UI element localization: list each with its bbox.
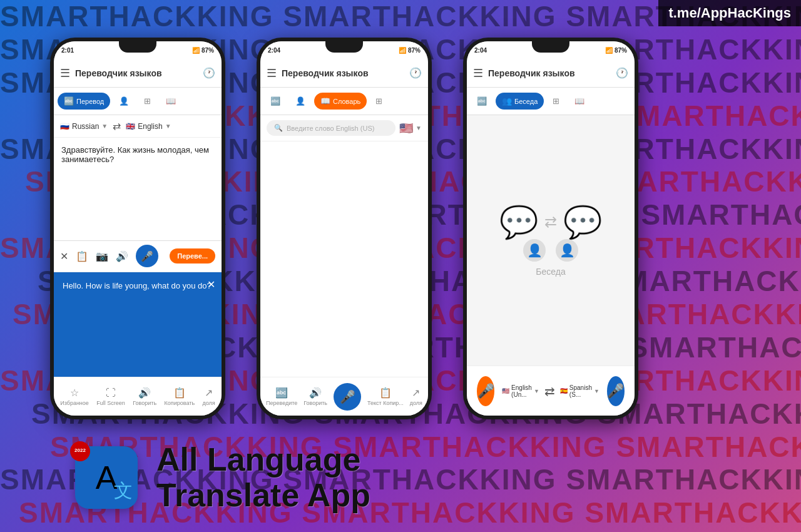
mic-button[interactable]: 🎤 xyxy=(136,245,158,267)
avatar-left: 👤 xyxy=(523,239,546,262)
convo-lang-left[interactable]: 🇺🇸 English (Un... ▼ xyxy=(502,384,539,398)
favorites-icon: ☆ xyxy=(70,387,79,399)
convo-lang-right-arrow: ▼ xyxy=(594,388,599,394)
phone-3-app-header: ☰ Переводчик языков 🕐 xyxy=(467,59,635,88)
dict-nav-copy[interactable]: 📋 Текст Копир... xyxy=(367,387,404,406)
phone-2-dict-content xyxy=(260,141,428,377)
phone-3: 2:04 📶 87% ☰ Переводчик языков 🕐 🔤 👥 xyxy=(463,38,638,419)
phone-3-convo-tab-label: Беседа xyxy=(514,98,538,105)
phone-1-translation-result: Hello. How is life young, what do you do… xyxy=(54,272,222,377)
phone-3-clock-icon[interactable]: 🕐 xyxy=(616,67,628,79)
phone-2-tab-grid[interactable]: ⊞ xyxy=(369,93,389,110)
convo-center-controls: 🇺🇸 English (Un... ▼ ⇄ 🇪🇸 Spanish (S... ▼ xyxy=(502,384,599,399)
phone-3-tab-book[interactable]: 📖 xyxy=(568,93,591,110)
clock-icon[interactable]: 🕐 xyxy=(203,67,215,79)
phone-2-grid-icon: ⊞ xyxy=(375,96,382,106)
dict-nav-speak[interactable]: 🔊 Говорить xyxy=(304,387,327,406)
target-lang-btn[interactable]: 🇬🇧 English ▼ xyxy=(126,122,171,131)
phone-3-tab-conversation[interactable]: 👥 Беседа xyxy=(496,93,544,110)
phone-1-tab-bar: 🔤 Перевод 👤 ⊞ 📖 xyxy=(54,88,222,115)
nav-fullscreen[interactable]: ⛶ Full Screen xyxy=(96,387,125,406)
phone-2-hamburger-icon[interactable]: ☰ xyxy=(267,66,277,80)
translate-tab-icon: 🔤 xyxy=(64,96,74,106)
phone-1-notch xyxy=(119,41,156,53)
source-lang-btn[interactable]: 🇷🇺 Russian ▼ xyxy=(60,122,108,131)
app-title: All Language Translate App xyxy=(156,442,370,513)
speaker-icon[interactable]: 🔊 xyxy=(116,250,128,262)
tab-book[interactable]: 📖 xyxy=(160,93,182,110)
phone-3-hamburger-icon[interactable]: ☰ xyxy=(473,66,483,80)
search-icon: 🔍 xyxy=(274,124,283,132)
phone-2-tab-translate[interactable]: 🔤 xyxy=(264,93,287,110)
translate-button[interactable]: Переве... xyxy=(170,248,215,263)
hamburger-icon[interactable]: ☰ xyxy=(60,66,70,80)
phone-3-book-icon: 📖 xyxy=(574,96,584,106)
dict-nav-share[interactable]: ↗ доля xyxy=(410,387,422,406)
close-icon[interactable]: ✕ xyxy=(60,250,68,262)
nav-share[interactable]: ↗ доля xyxy=(203,387,215,406)
phone-3-battery: 📶 87% xyxy=(605,47,627,54)
convo-mic-left-btn[interactable]: 🎤 xyxy=(477,376,494,406)
dict-nav-translate[interactable]: 🔤 Переведите xyxy=(266,387,297,406)
phone-2-dict-icon: 📖 xyxy=(320,96,330,106)
phone-1-inner: 2:01 📶 87% ☰ Переводчик языков 🕐 🔤 Перев… xyxy=(54,41,222,416)
tab-grid[interactable]: ⊞ xyxy=(138,93,157,110)
dict-nav-share-icon: ↗ xyxy=(412,387,420,399)
phone-1-time: 2:01 xyxy=(61,47,74,54)
phone-1-battery: 📶 87% xyxy=(192,47,214,54)
book-tab-icon: 📖 xyxy=(166,96,176,106)
convo-lang-row: 🇺🇸 English (Un... ▼ ⇄ 🇪🇸 Spanish (S... ▼ xyxy=(502,384,599,399)
dict-flag-selector[interactable]: 🇺🇸 ▼ xyxy=(399,121,422,135)
phone-2-tab-bar: 🔤 👤 📖 Словарь ⊞ xyxy=(260,88,428,115)
target-lang-label: English xyxy=(138,122,162,131)
phone-2-battery: 📶 87% xyxy=(399,47,421,54)
nav-speak[interactable]: 🔊 Говорить xyxy=(133,387,156,406)
convo-lang-right[interactable]: 🇪🇸 Spanish (S... ▼ xyxy=(560,384,599,398)
phone-2-search-bar: 🔍 Введите слово English (US) 🇺🇸 ▼ xyxy=(260,115,428,141)
flag-dropdown-arrow: ▼ xyxy=(416,125,422,131)
phone-3-tab-translate[interactable]: 🔤 xyxy=(471,93,493,110)
phone-2-clock-icon[interactable]: 🕐 xyxy=(409,67,422,79)
nav-copy-label: Копировать xyxy=(165,400,195,406)
dict-mic-btn[interactable]: 🎤 xyxy=(334,383,361,411)
dict-nav-translate-label: Переведите xyxy=(266,400,297,406)
search-placeholder: Введите слово English (US) xyxy=(287,125,374,132)
translate-symbol: 文 xyxy=(114,478,133,504)
nav-share-label: доля xyxy=(203,400,215,406)
dict-nav-speak-icon: 🔊 xyxy=(309,387,322,399)
app-title-line1: All Language xyxy=(156,442,370,478)
phone-1-input-text: Здравствуйте. Как жизнь молодая, чем зан… xyxy=(61,145,209,164)
app-title-line2: Translate App xyxy=(156,478,370,513)
phone-1-app-title: Переводчик языков xyxy=(75,68,198,78)
close-translation-btn[interactable]: ✕ xyxy=(207,279,215,290)
translated-text: Hello. How is life young, what do you do… xyxy=(63,281,212,290)
phone-3-tab-grid[interactable]: ⊞ xyxy=(546,93,566,110)
top-banner: t.me/AppHacKings xyxy=(658,0,801,26)
tab-translate[interactable]: 🔤 Перевод xyxy=(58,93,110,110)
nav-copy[interactable]: 📋 Копировать xyxy=(165,387,195,406)
bottom-section: A 文 2022 All Language Translate App xyxy=(75,442,370,513)
swap-lang-icon[interactable]: ⇄ xyxy=(113,120,121,132)
copy-icon[interactable]: 📋 xyxy=(76,250,88,262)
dict-nav-copy-icon: 📋 xyxy=(379,387,392,399)
phone-2-tab-dictionary[interactable]: 📖 Словарь xyxy=(314,93,367,110)
convo-lang-swap-icon[interactable]: ⇄ xyxy=(544,384,555,399)
phone-2: 2:04 📶 87% ☰ Переводчик языков 🕐 🔤 👤 xyxy=(257,38,432,419)
source-lang-label: Russian xyxy=(72,122,99,131)
nav-favorites[interactable]: ☆ Избранное xyxy=(60,387,89,406)
phone-3-tab-bar: 🔤 👥 Беседа ⊞ 📖 xyxy=(467,88,635,115)
nav-copy-icon: 📋 xyxy=(173,387,186,399)
phone-2-tab-people[interactable]: 👤 xyxy=(289,93,312,110)
convo-icons-row: 💬 ⇄ 💬 xyxy=(499,204,602,240)
camera-icon[interactable]: 📷 xyxy=(96,250,108,262)
phone-1-input-area[interactable]: Здравствуйте. Как жизнь молодая, чем зан… xyxy=(54,138,222,241)
dict-search-input[interactable]: 🔍 Введите слово English (US) xyxy=(267,120,395,136)
dict-nav-share-label: доля xyxy=(410,400,422,406)
tab-people[interactable]: 👤 xyxy=(113,93,135,110)
phone-2-app-header: ☰ Переводчик языков 🕐 xyxy=(260,59,428,88)
phone-2-bottom-nav: 🔤 Переведите 🔊 Говорить 🎤 📋 Текст Копир.… xyxy=(260,377,428,416)
phone-3-grid-icon: ⊞ xyxy=(553,96,559,106)
convo-lang-right-label: Spanish (S... xyxy=(569,384,592,398)
convo-mic-right-btn[interactable]: 🎤 xyxy=(607,376,625,406)
phone-3-translate-icon: 🔤 xyxy=(477,96,487,106)
